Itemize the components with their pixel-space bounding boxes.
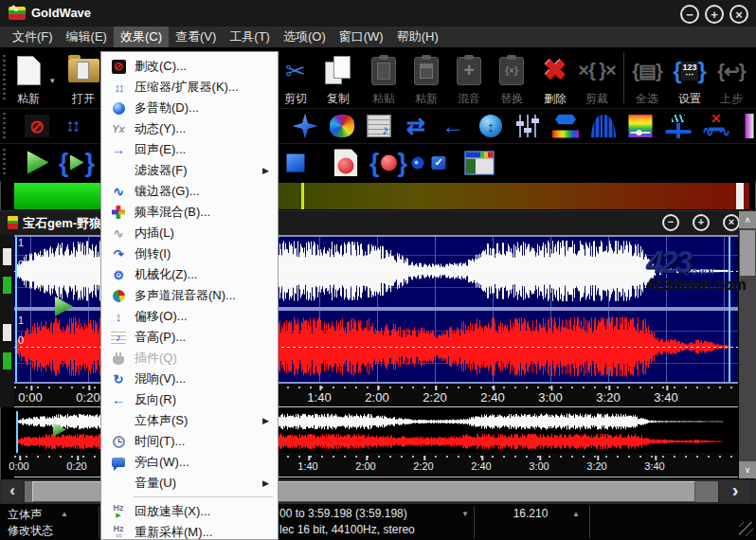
position-value[interactable]: 16.210 bbox=[502, 507, 559, 520]
delete-button[interactable]: ✖删除 bbox=[532, 49, 578, 106]
menu-item-multichannel-mixer[interactable]: 多声道混音器(N)... bbox=[102, 285, 277, 306]
cut-button[interactable]: ✂剪切 bbox=[273, 49, 318, 106]
replace-button[interactable]: {×}替换 bbox=[489, 49, 534, 106]
menubar-item-options[interactable]: 选项(O) bbox=[277, 27, 333, 47]
stop-button[interactable] bbox=[287, 153, 305, 171]
record-new-button[interactable] bbox=[334, 149, 358, 176]
left-channel-zoom-slider[interactable] bbox=[3, 248, 11, 265]
menu-item-label: 多普勒(D)... bbox=[135, 99, 199, 117]
mix-icon: + bbox=[457, 49, 481, 92]
trim-button[interactable]: ×{ }×剪裁 bbox=[574, 49, 620, 106]
pitch-toolbar-icon[interactable]: ♪ bbox=[368, 115, 391, 137]
open-button[interactable]: 打开 bbox=[61, 49, 106, 106]
menubar-item-help[interactable]: 帮助(H) bbox=[390, 27, 445, 47]
menubar-item-effect[interactable]: 效果(C) bbox=[114, 27, 169, 47]
menu-item-mechanize[interactable]: ⚙机械化(Z)... bbox=[102, 264, 277, 285]
menu-item-voice-over[interactable]: 旁白(W)... bbox=[102, 452, 277, 473]
reverse-toolbar-icon[interactable]: ← bbox=[441, 113, 464, 139]
scroll-down-icon[interactable]: ∨ bbox=[739, 461, 756, 478]
select-all-button[interactable]: {▤}全选 bbox=[624, 49, 670, 106]
record-selection-button[interactable]: {} bbox=[369, 148, 407, 177]
menu-item-censor[interactable]: ⊘删改(C)... bbox=[102, 56, 277, 77]
paste-as-new-button[interactable]: 粘新 bbox=[6, 49, 51, 106]
doppler-toolbar-icon[interactable] bbox=[293, 114, 318, 139]
clipped-edge-toolbar-icon[interactable] bbox=[746, 114, 754, 138]
menu-item-time[interactable]: 时间(T)... bbox=[102, 431, 277, 452]
scroll-up-icon[interactable]: ∧ bbox=[739, 211, 756, 228]
control-properties-button[interactable] bbox=[465, 151, 495, 174]
sound-maximize-button[interactable]: + bbox=[693, 214, 710, 231]
compressor-expander-toolbar-icon[interactable]: ↕↕ bbox=[66, 116, 79, 136]
menu-item-frequency-blend[interactable]: 频率混合(B)... bbox=[102, 202, 277, 223]
play-selection-button[interactable]: {} bbox=[59, 148, 95, 177]
right-channel-gain-slider[interactable] bbox=[3, 352, 11, 369]
right-channel-zoom-slider[interactable] bbox=[3, 324, 11, 341]
menu-item-flanger[interactable]: ∿镶边器(G)... bbox=[102, 181, 277, 202]
vertical-scrollbar[interactable]: ∧ ∨ bbox=[739, 211, 756, 478]
menu-item-label: 混响(V)... bbox=[135, 370, 186, 387]
paste-icon bbox=[371, 49, 396, 92]
minimize-button[interactable]: − bbox=[680, 5, 699, 24]
menubar-item-tool[interactable]: 工具(T) bbox=[223, 27, 277, 47]
channel-mode-indicator[interactable]: 立体声 bbox=[8, 507, 42, 523]
monitor-enabled-button[interactable]: ✓ bbox=[432, 156, 446, 170]
menu-item-echo[interactable]: →回声(E)... bbox=[102, 139, 277, 160]
play-button[interactable] bbox=[27, 151, 49, 174]
menu-item-doppler[interactable]: 多普勒(D)... bbox=[102, 98, 277, 118]
selection-dropdown-icon[interactable]: ▼ bbox=[461, 510, 469, 518]
offset-toolbar-icon[interactable]: ↕ bbox=[479, 115, 502, 137]
toolbar-grip[interactable] bbox=[3, 113, 6, 138]
menubar-item-file[interactable]: 文件(F) bbox=[6, 27, 60, 47]
menubar-item-view[interactable]: 查看(V) bbox=[169, 27, 223, 47]
menu-item-interpolate[interactable]: ∿内插(L) bbox=[102, 223, 277, 243]
scroll-left-icon[interactable]: ‹ bbox=[2, 481, 23, 502]
channel-mixer-toolbar-icon[interactable] bbox=[330, 115, 354, 137]
spectrum-filter-toolbar-icon[interactable] bbox=[629, 115, 653, 137]
menu-item-filter[interactable]: 滤波器(F)▶ bbox=[102, 160, 277, 181]
menu-item-reverse[interactable]: ←反向(R) bbox=[102, 389, 277, 410]
paste-new-label: 粘新 bbox=[415, 92, 438, 106]
mixer-icon bbox=[107, 290, 130, 302]
copy-button[interactable]: 复制 bbox=[315, 49, 361, 106]
settings-button[interactable]: {123···}设置 bbox=[667, 49, 712, 106]
maximize-button[interactable]: + bbox=[705, 5, 724, 24]
toolbar-grip[interactable] bbox=[3, 149, 6, 177]
menu-item-stereo[interactable]: 立体声(S)▶ bbox=[102, 410, 277, 431]
vertical-scroll-thumb[interactable] bbox=[740, 230, 755, 276]
sound-minimize-button[interactable]: − bbox=[662, 214, 679, 231]
selection-info[interactable]: 00 to 3:59.198 (3:59.198) bbox=[279, 507, 407, 520]
channel-mode-arrow-icon[interactable]: ▲ bbox=[61, 510, 68, 518]
filter-toolbar-icon[interactable] bbox=[552, 115, 579, 138]
menu-item-invert[interactable]: ↷倒转(I) bbox=[102, 243, 277, 264]
noise-reduction-toolbar-icon[interactable]: ∿✕∿ bbox=[702, 115, 730, 138]
sound-close-button[interactable]: × bbox=[723, 214, 740, 231]
paste-button[interactable]: 粘贴 bbox=[361, 49, 406, 106]
menu-item-dynamics[interactable]: Yx动态(Y)... bbox=[102, 118, 277, 139]
left-channel-gain-slider[interactable] bbox=[3, 277, 11, 294]
scroll-right-icon[interactable]: › bbox=[720, 481, 750, 502]
equalizer-toolbar-icon[interactable] bbox=[519, 114, 536, 138]
mix-button[interactable]: +混音 bbox=[446, 49, 492, 106]
resize-grip[interactable] bbox=[739, 522, 753, 536]
paste-new-button[interactable]: 粘新 bbox=[404, 49, 449, 106]
open-icon bbox=[68, 49, 99, 92]
voice-over-toolbar-icon[interactable] bbox=[665, 115, 692, 137]
paste-label: 粘贴 bbox=[372, 92, 395, 106]
undo-step-button[interactable]: {↩}上步 bbox=[709, 49, 754, 106]
monitor-input-button[interactable] bbox=[412, 156, 424, 169]
menu-item-compressor-expander[interactable]: ↕↕压缩器/扩展器(K)... bbox=[102, 77, 277, 98]
noise-gate-toolbar-icon[interactable] bbox=[591, 115, 616, 137]
close-button[interactable]: × bbox=[729, 5, 748, 24]
menu-item-resample[interactable]: Hz∞重新采样(M)... bbox=[102, 522, 277, 540]
echo-toolbar-icon[interactable]: ⇄ bbox=[406, 113, 425, 139]
menubar-item-window[interactable]: 窗口(W) bbox=[333, 27, 390, 47]
menu-item-offset[interactable]: ↕偏移(O)... bbox=[102, 306, 277, 327]
menubar-item-edit[interactable]: 编辑(E) bbox=[60, 27, 114, 47]
menu-item-reverb[interactable]: ↻混响(V)... bbox=[102, 369, 277, 389]
menu-item-volume[interactable]: 音量(U)▶ bbox=[102, 473, 277, 494]
menu-item-pitch[interactable]: ♪音高(P)... bbox=[102, 327, 277, 348]
cut-icon: ✂ bbox=[285, 49, 306, 92]
censor-toolbar-icon[interactable]: ⊘ bbox=[25, 115, 49, 137]
position-arrow-icon[interactable]: ▲ bbox=[572, 510, 580, 518]
menu-item-playback-rate[interactable]: Hz▶回放速率(X)... bbox=[102, 501, 277, 522]
